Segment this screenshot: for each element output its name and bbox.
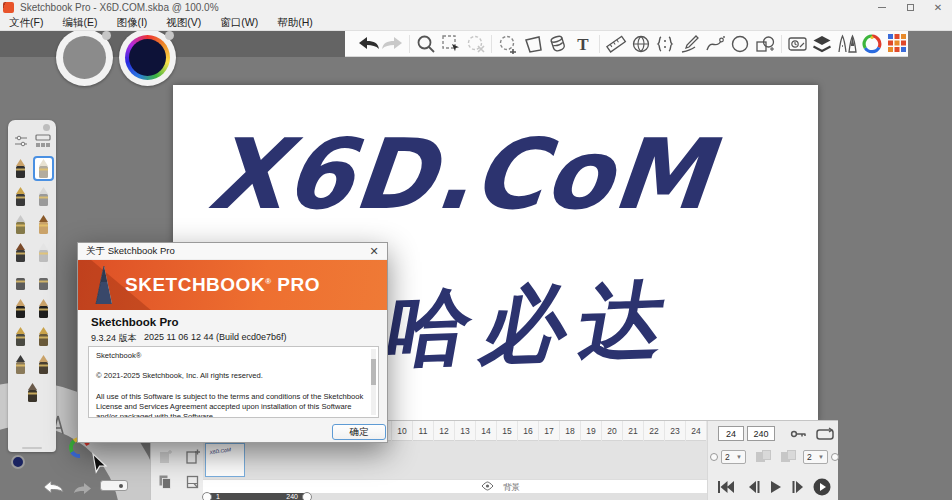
brush-size-puck[interactable] [56, 29, 113, 86]
frame-number[interactable]: 15 [497, 421, 518, 441]
brush-item[interactable] [33, 268, 54, 293]
color-puck[interactable] [119, 29, 176, 86]
undo-arrow-icon[interactable] [40, 478, 68, 496]
total-frames-input[interactable] [747, 426, 775, 441]
panel-handle-dot[interactable] [43, 124, 50, 131]
frame-number[interactable]: 14 [476, 421, 497, 441]
brush-item[interactable] [33, 184, 54, 209]
timelapse-icon[interactable] [787, 33, 809, 55]
keyframe-icon[interactable] [790, 427, 808, 441]
range-start-handle[interactable] [202, 492, 212, 500]
curve-icon[interactable] [704, 33, 726, 55]
background-layer-row[interactable]: 背景 [203, 479, 707, 493]
menu-item[interactable]: 图像(I) [116, 16, 147, 30]
puck-handle-dot[interactable] [165, 31, 174, 40]
select-icon[interactable] [440, 33, 462, 55]
frame-number[interactable]: 11 [413, 421, 434, 441]
brush-settings-icon[interactable] [13, 134, 29, 148]
brush-item[interactable] [33, 156, 54, 181]
pencil-pair-icon[interactable] [836, 33, 858, 55]
dialog-close-icon[interactable]: ✕ [361, 243, 387, 260]
brush-item[interactable] [10, 156, 31, 181]
add-frame-after-icon[interactable] [184, 447, 202, 465]
close-button[interactable]: ✕ [924, 0, 952, 15]
menu-item[interactable]: 帮助(H) [277, 16, 313, 30]
fill-icon[interactable] [547, 33, 569, 55]
brush-item[interactable] [10, 352, 31, 377]
brush-item[interactable] [10, 184, 31, 209]
frame-number[interactable]: 22 [644, 421, 665, 441]
timeline-range-bar[interactable]: 1 240 [204, 493, 310, 500]
current-color-swatch[interactable] [11, 455, 25, 469]
frame-number[interactable]: 13 [455, 421, 476, 441]
maximize-button[interactable] [896, 0, 924, 15]
license-scrollbar[interactable] [371, 349, 376, 415]
brush-item[interactable] [10, 240, 31, 265]
frame-number[interactable]: 12 [434, 421, 455, 441]
frame-thumbnail[interactable]: X6D.CoM [205, 443, 245, 477]
onion-after-toggle[interactable] [831, 453, 839, 461]
brush-item[interactable] [33, 324, 54, 349]
text-icon[interactable]: T [572, 33, 594, 55]
zoom-icon[interactable] [415, 33, 437, 55]
frame-number[interactable]: 10 [392, 421, 413, 441]
brush-item[interactable] [33, 296, 54, 321]
minimize-button[interactable] [868, 0, 896, 15]
color-puck-core[interactable] [129, 39, 166, 76]
palette-icon[interactable] [886, 33, 908, 55]
onion-before-toggle[interactable] [710, 453, 718, 461]
ellipse-icon[interactable] [729, 33, 751, 55]
play-circle-icon[interactable] [812, 477, 832, 497]
redo-arrow-icon[interactable] [70, 482, 94, 496]
step-forward-icon[interactable] [788, 477, 808, 497]
ruler-icon[interactable] [605, 33, 627, 55]
brush-item[interactable] [33, 240, 54, 265]
undo-icon[interactable] [357, 33, 379, 55]
ok-button[interactable]: 确定 [332, 424, 386, 440]
brush-item[interactable] [10, 324, 31, 349]
layer-visibility-eye-icon[interactable] [481, 481, 494, 491]
brush-item[interactable] [22, 380, 43, 405]
transform-icon[interactable] [522, 33, 544, 55]
menu-item[interactable]: 文件(F) [9, 16, 43, 30]
brush-item[interactable] [10, 268, 31, 293]
symmetry-icon[interactable] [655, 33, 677, 55]
menu-item[interactable]: 窗口(W) [220, 16, 258, 30]
brush-library-icon[interactable] [35, 134, 51, 148]
frame-number[interactable]: 23 [665, 421, 686, 441]
add-frame-icon[interactable] [157, 447, 175, 465]
puck-handle-dot[interactable] [102, 31, 111, 40]
range-end-handle[interactable] [302, 492, 312, 500]
frame-number[interactable]: 24 [686, 421, 707, 441]
timeline-scrollbar[interactable]: 1 240 [203, 493, 707, 500]
license-text-box[interactable]: Sketchbook®© 2021-2025 Sketchbook, Inc. … [88, 346, 379, 418]
layers-icon[interactable] [812, 33, 834, 55]
redo-icon[interactable] [382, 33, 404, 55]
stroke-icon[interactable] [679, 33, 701, 55]
current-frame-input[interactable] [718, 426, 744, 441]
lagoon-slider[interactable] [100, 480, 128, 491]
menu-item[interactable]: 视图(V) [166, 16, 201, 30]
panel-resize-grip[interactable] [22, 447, 42, 449]
menu-item[interactable]: 编辑(E) [62, 16, 97, 30]
split-frame-icon[interactable] [184, 473, 202, 491]
frame-number[interactable]: 21 [623, 421, 644, 441]
brush-item[interactable] [10, 296, 31, 321]
frame-number[interactable]: 19 [581, 421, 602, 441]
color-wheel-icon[interactable] [861, 33, 883, 55]
frame-number[interactable]: 20 [602, 421, 623, 441]
skip-start-icon[interactable] [716, 477, 736, 497]
onion-skin-after-icon[interactable] [781, 450, 797, 463]
frame-number[interactable]: 17 [539, 421, 560, 441]
frame-number[interactable]: 18 [560, 421, 581, 441]
play-icon[interactable] [766, 477, 786, 497]
add-selection-icon[interactable] [497, 33, 519, 55]
timeline-frames[interactable]: X6D.CoM [203, 441, 707, 479]
shapes-icon[interactable] [754, 33, 776, 55]
frame-number[interactable]: 16 [518, 421, 539, 441]
onion-skin-before-icon[interactable] [756, 450, 772, 463]
duplicate-frame-icon[interactable] [157, 473, 175, 491]
brush-item[interactable] [10, 212, 31, 237]
perspective-icon[interactable] [630, 33, 652, 55]
brush-item[interactable] [33, 352, 54, 377]
